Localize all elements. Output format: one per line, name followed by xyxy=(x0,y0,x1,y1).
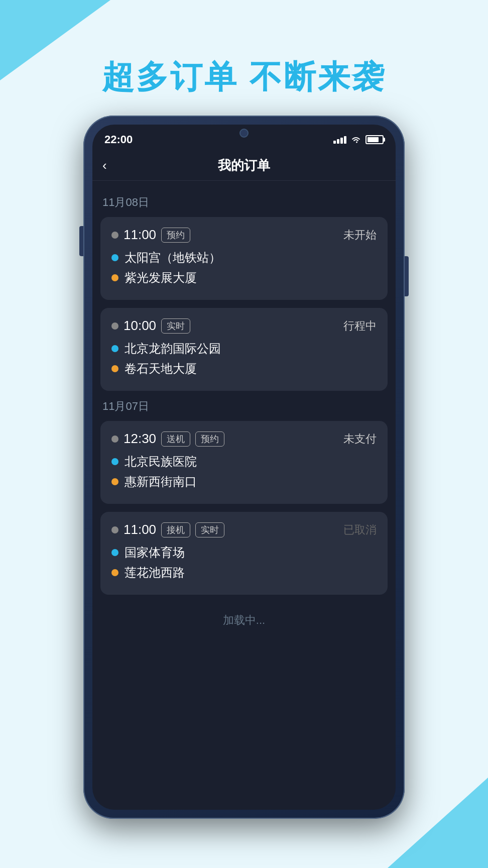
to-text-2: 卷石天地大厦 xyxy=(125,361,197,377)
date-label-1: 11月08日 xyxy=(100,195,388,210)
order-status-3: 未支付 xyxy=(343,431,377,447)
to-dot-4 xyxy=(111,569,118,576)
order-header-4: 11:00 接机 实时 已取消 xyxy=(111,522,377,537)
time-dot-3 xyxy=(111,436,118,443)
order-status-1: 未开始 xyxy=(343,228,377,243)
time-dot-2 xyxy=(111,322,118,330)
volume-button xyxy=(79,226,83,256)
from-dot-3 xyxy=(111,458,118,465)
wifi-icon xyxy=(350,136,361,144)
order-to-3: 惠新西街南口 xyxy=(111,474,377,490)
signal-icon xyxy=(333,136,346,144)
order-tag-3-2: 预约 xyxy=(195,431,224,447)
from-text-3: 北京民族医院 xyxy=(125,454,197,470)
battery-icon xyxy=(365,135,384,144)
order-card-3[interactable]: 12:30 送机 预约 未支付 北京民族医院 惠新西街南口 xyxy=(100,421,388,504)
order-from-3: 北京民族医院 xyxy=(111,454,377,470)
from-dot-2 xyxy=(111,345,118,352)
order-tag-4-2: 实时 xyxy=(195,522,224,537)
order-tag-4-1: 接机 xyxy=(161,522,190,537)
order-time-4: 11:00 xyxy=(124,522,156,537)
status-icons xyxy=(333,135,384,144)
order-tag-3-1: 送机 xyxy=(161,431,190,447)
order-time-3: 12:30 xyxy=(124,431,156,447)
order-tag-1-1: 预约 xyxy=(161,228,190,243)
to-text-1: 紫光发展大厦 xyxy=(125,270,197,286)
from-dot-1 xyxy=(111,254,118,261)
order-header-3: 12:30 送机 预约 未支付 xyxy=(111,431,377,447)
page-title: 我的订单 xyxy=(218,157,270,174)
to-text-3: 惠新西街南口 xyxy=(125,474,197,490)
order-header-1: 11:00 预约 未开始 xyxy=(111,227,377,243)
to-dot-1 xyxy=(111,274,118,281)
loading-indicator: 加载中... xyxy=(100,603,388,633)
order-to-1: 紫光发展大厦 xyxy=(111,270,377,286)
order-tag-2-1: 实时 xyxy=(161,318,190,334)
status-time: 22:00 xyxy=(104,133,133,146)
order-card-4[interactable]: 11:00 接机 实时 已取消 国家体育场 莲花池西路 xyxy=(100,512,388,595)
from-text-2: 北京龙韵国际公园 xyxy=(125,341,221,357)
phone-screen: 22:00 xyxy=(92,125,396,810)
power-button xyxy=(405,256,409,296)
phone-body: 22:00 xyxy=(83,116,405,819)
order-to-4: 莲花池西路 xyxy=(111,565,377,581)
order-card-2[interactable]: 10:00 实时 行程中 北京龙韵国际公园 卷石天地大厦 xyxy=(100,308,388,391)
phone-mockup: 22:00 xyxy=(83,116,405,819)
back-button[interactable]: ‹ xyxy=(102,158,107,173)
order-status-2: 行程中 xyxy=(343,318,377,334)
order-time-1: 11:00 xyxy=(124,227,156,243)
top-navigation: ‹ 我的订单 xyxy=(92,151,396,181)
date-label-2: 11月07日 xyxy=(100,399,388,414)
orders-list[interactable]: 11月08日 11:00 预约 未开始 太阳宫（地铁站） xyxy=(92,181,396,810)
order-to-2: 卷石天地大厦 xyxy=(111,361,377,377)
from-text-1: 太阳宫（地铁站） xyxy=(125,250,221,266)
from-text-4: 国家体育场 xyxy=(125,545,185,561)
order-from-2: 北京龙韵国际公园 xyxy=(111,341,377,357)
order-time-2: 10:00 xyxy=(124,318,156,334)
to-text-4: 莲花池西路 xyxy=(125,565,185,581)
time-dot-4 xyxy=(111,526,118,533)
phone-notch xyxy=(214,125,274,139)
promo-title: 超多订单 不断来袭 xyxy=(0,55,488,99)
order-from-4: 国家体育场 xyxy=(111,545,377,561)
to-dot-3 xyxy=(111,478,118,485)
order-status-4: 已取消 xyxy=(343,522,377,537)
time-dot-1 xyxy=(111,232,118,239)
order-card-1[interactable]: 11:00 预约 未开始 太阳宫（地铁站） 紫光发展大厦 xyxy=(100,217,388,300)
from-dot-4 xyxy=(111,549,118,556)
order-from-1: 太阳宫（地铁站） xyxy=(111,250,377,266)
order-header-2: 10:00 实时 行程中 xyxy=(111,318,377,334)
to-dot-2 xyxy=(111,365,118,372)
